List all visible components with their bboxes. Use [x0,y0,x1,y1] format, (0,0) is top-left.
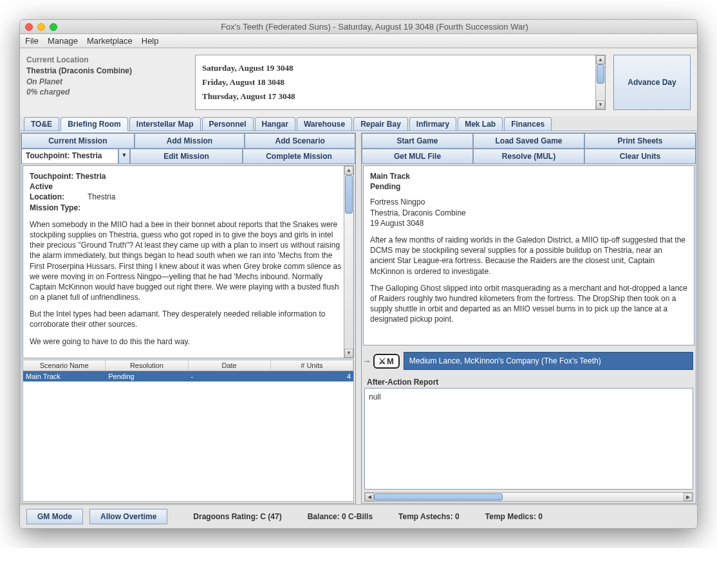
day-entry: Saturday, August 19 3048 [202,63,599,73]
status-bar: GM Mode Allow Overtime Dragoons Rating: … [20,504,697,528]
mission-text: But the Intel types had been adamant. Th… [30,309,347,329]
unit-label[interactable]: Medium Lance, McKinnon's Company (The Fo… [404,352,693,370]
scrollbar[interactable]: ▲ ▼ [595,55,605,109]
maximize-icon[interactable] [50,23,57,31]
cell-scenario-name: Main Track [23,371,106,381]
menu-manage[interactable]: Manage [48,36,78,46]
resolve-mul-button[interactable]: Resolve (MUL) [473,149,584,164]
scroll-thumb[interactable] [374,493,503,501]
scroll-down-icon[interactable]: ▼ [596,100,605,109]
window-title: Fox's Teeth (Federated Suns) - Saturday,… [57,22,692,32]
temp-astechs: Temp Astechs: 0 [398,512,460,521]
mission-title: Touchpoint: Thestria [30,171,347,181]
tab-mek-lab[interactable]: Mek Lab [458,117,503,131]
scrollbar[interactable]: ▲ ▼ [344,166,353,358]
aar-label: After-Action Report [367,378,691,387]
splitter[interactable] [357,132,360,504]
col-date[interactable]: Date [189,360,271,371]
tab-interstellar-map[interactable]: Interstellar Map [129,117,201,131]
location-value: Thestria (Draconis Combine) [26,66,187,77]
scroll-thumb[interactable] [597,64,604,84]
cell-resolution: Pending [106,371,188,381]
main-tabs: TO&E Briefing Room Interstellar Map Pers… [20,116,697,131]
current-mission-header: Current Mission [21,133,135,149]
tab-finances[interactable]: Finances [504,117,552,131]
scroll-up-icon[interactable]: ▲ [596,55,605,64]
location-panel: Current Location Thestria (Draconis Comb… [26,55,187,110]
menu-help[interactable]: Help [142,36,159,46]
mission-select[interactable]: Touchpoint: Thestria [21,149,118,164]
mission-text: When somebody in the MIIO had a bee in t… [30,219,347,303]
mission-description[interactable]: Touchpoint: Thestria Active Location:The… [23,165,354,358]
location-status: On Planet [26,77,187,87]
tab-infirmary[interactable]: Infirmary [409,117,456,131]
gm-mode-button[interactable]: GM Mode [26,509,83,524]
complete-mission-button[interactable]: Complete Mission [243,149,355,164]
col-units[interactable]: # Units [271,360,353,371]
scenario-line: 19 August 3048 [370,218,687,228]
minimize-icon[interactable] [37,23,45,31]
dragoons-rating: Dragoons Rating: C (47) [193,512,281,521]
scrollbar-horizontal[interactable]: ◀ ▶ [364,492,693,502]
menubar: File Manage Marketplace Help [20,34,697,48]
mission-type-label: Mission Type: [30,203,88,213]
temp-medics: Temp Medics: 0 [485,512,543,521]
scenario-table-header: Scenario Name Resolution Date # Units [23,360,354,371]
titlebar: Fox's Teeth (Federated Suns) - Saturday,… [20,20,697,34]
location-label: Current Location [26,55,187,66]
mission-panel: Current Mission Add Mission Add Scenario… [21,133,356,504]
scenario-title: Main Track [370,171,687,181]
scroll-right-icon[interactable]: ▶ [684,493,693,501]
day-entry: Thursday, August 17 3048 [202,91,599,102]
menu-marketplace[interactable]: Marketplace [87,36,133,46]
start-game-button[interactable]: Start Game [362,133,473,149]
mission-status: Active [30,181,347,192]
col-scenario-name[interactable]: Scenario Name [23,360,106,371]
cell-date: - [189,371,271,381]
scroll-thumb[interactable] [345,175,353,214]
scroll-left-icon[interactable]: ◀ [365,493,374,501]
table-row[interactable]: Main Track Pending - 4 [23,371,353,381]
scenario-text: The Galloping Ghost slipped into orbit m… [370,283,687,325]
tab-toe[interactable]: TO&E [24,117,59,131]
tab-repair-bay[interactable]: Repair Bay [353,117,408,131]
get-mul-button[interactable]: Get MUL File [362,149,473,164]
day-entry: Friday, August 18 3048 [202,77,599,87]
mission-text: We were going to have to do this the har… [30,336,347,347]
tab-briefing-room[interactable]: Briefing Room [61,117,128,131]
unit-row[interactable]: ⊸ ⚔M Medium Lance, McKinnon's Company (T… [364,352,693,370]
add-mission-button[interactable]: Add Mission [135,133,245,149]
clear-units-button[interactable]: Clear Units [584,149,696,164]
scenario-line: Fortress Ningpo [370,197,687,207]
menu-file[interactable]: File [25,36,39,46]
cell-units: 4 [271,371,353,381]
location-charge: 0% charged [26,87,187,98]
scenario-line: Thestria, Draconis Combine [370,208,687,218]
allow-overtime-button[interactable]: Allow Overtime [89,509,167,524]
chevron-down-icon[interactable]: ▼ [118,149,130,164]
tab-hangar[interactable]: Hangar [255,117,295,131]
scroll-down-icon[interactable]: ▼ [344,349,353,358]
scenario-description[interactable]: Main Track Pending Fortress Ningpo Thest… [363,165,694,345]
scenario-text: After a few months of raiding worlds in … [370,235,687,277]
tree-handle-icon[interactable]: ⊸ [364,358,369,365]
scenario-table[interactable]: Main Track Pending - 4 [23,371,354,502]
col-resolution[interactable]: Resolution [106,360,188,371]
edit-mission-button[interactable]: Edit Mission [130,149,243,164]
tab-warehouse[interactable]: Warehouse [297,117,352,131]
day-log[interactable]: Saturday, August 19 3048 Friday, August … [195,55,606,110]
add-scenario-button[interactable]: Add Scenario [245,133,355,149]
scenario-panel: Start Game Load Saved Game Print Sheets … [361,133,696,504]
scenario-status: Pending [370,181,687,192]
aar-text[interactable]: null [364,388,693,490]
load-game-button[interactable]: Load Saved Game [473,133,584,149]
unit-badge-icon: ⚔M [373,354,400,369]
scroll-up-icon[interactable]: ▲ [344,166,353,175]
tab-personnel[interactable]: Personnel [202,117,254,131]
advance-day-button[interactable]: Advance Day [613,55,691,110]
mission-loc-label: Location: [30,192,88,202]
print-sheets-button[interactable]: Print Sheets [584,133,696,149]
app-window: Fox's Teeth (Federated Suns) - Saturday,… [19,19,698,529]
close-icon[interactable] [25,23,33,31]
mission-loc-value: Thestria [88,192,115,202]
